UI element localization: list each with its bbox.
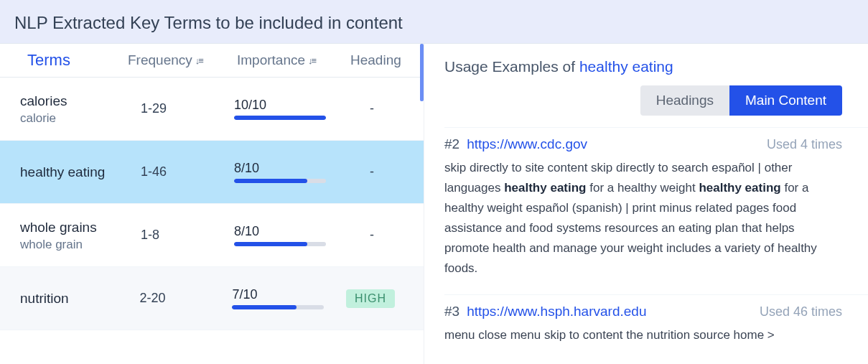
sort-icon: ↓≡: [308, 55, 315, 66]
main-layout: Terms Frequency ↓≡ Importance ↓≡ Heading…: [0, 44, 868, 364]
table-row[interactable]: whole grainswhole grain1-88/10-: [0, 204, 424, 267]
column-header-terms[interactable]: Terms: [27, 51, 128, 70]
content-toggle-group: Headings Main Content: [444, 85, 842, 116]
importance-cell: 7/10: [232, 287, 346, 309]
frequency-value: 1-46: [141, 164, 234, 179]
importance-bar-fill: [234, 116, 326, 120]
usage-count: Used 46 times: [760, 304, 842, 319]
table-row[interactable]: healthy eating1-468/10-: [0, 141, 424, 204]
example-snippet: skip directly to site content skip direc…: [444, 158, 842, 279]
example-header: #3https://www.hsph.harvard.eduUsed 46 ti…: [444, 304, 842, 319]
heading-value: -: [349, 164, 424, 179]
terms-table-header: Terms Frequency ↓≡ Importance ↓≡ Heading: [0, 44, 424, 78]
usage-panel: Usage Examples of healthy eating Heading…: [424, 44, 868, 364]
usage-title: Usage Examples of healthy eating: [444, 58, 868, 75]
column-header-label: Importance: [237, 52, 305, 68]
term-cell: caloriescalorie: [20, 92, 141, 126]
toggle-main-content[interactable]: Main Content: [729, 85, 842, 116]
term-cell: healthy eating: [20, 163, 141, 182]
term-label: whole grains: [20, 218, 141, 237]
importance-cell: 8/10: [234, 161, 349, 183]
importance-bar: [234, 242, 326, 246]
term-variant: whole grain: [20, 238, 141, 252]
importance-cell: 8/10: [234, 224, 349, 246]
example-url-link[interactable]: https://www.cdc.gov: [467, 136, 587, 151]
term-cell: nutrition: [20, 289, 140, 308]
usage-count: Used 4 times: [767, 137, 842, 152]
heading-value: HIGH: [346, 289, 424, 308]
example-block: #3https://www.hsph.harvard.eduUsed 46 ti…: [444, 294, 868, 361]
term-label: calories: [20, 92, 141, 111]
importance-bar: [234, 116, 326, 120]
importance-bar: [234, 179, 326, 183]
example-rank: #3: [444, 304, 459, 319]
sort-icon: ↓≡: [195, 55, 202, 66]
importance-cell: 10/10: [234, 98, 349, 120]
page-title: NLP Extracted Key Terms to be included i…: [14, 13, 854, 33]
frequency-value: 1-29: [141, 101, 234, 116]
usage-title-prefix: Usage Examples of: [444, 58, 579, 75]
example-snippet: menu close menu skip to content the nutr…: [444, 325, 842, 345]
column-header-heading[interactable]: Heading: [350, 52, 401, 68]
frequency-value: 2-20: [140, 291, 233, 306]
terms-table-body: caloriescalorie1-2910/10-healthy eating1…: [0, 78, 424, 330]
importance-label: 10/10: [234, 98, 349, 113]
example-rank: #2: [444, 136, 459, 151]
terms-panel: Terms Frequency ↓≡ Importance ↓≡ Heading…: [0, 44, 424, 364]
heading-value: -: [349, 228, 424, 243]
term-label: healthy eating: [20, 163, 141, 182]
importance-bar-fill: [234, 179, 307, 183]
term-variant: calorie: [20, 111, 141, 126]
frequency-value: 1-8: [141, 228, 234, 243]
toggle-headings[interactable]: Headings: [640, 85, 729, 116]
term-cell: whole grainswhole grain: [20, 218, 141, 253]
importance-label: 8/10: [234, 161, 349, 176]
importance-label: 7/10: [232, 287, 346, 302]
column-header-importance[interactable]: Importance ↓≡: [237, 52, 350, 68]
example-header: #2https://www.cdc.govUsed 4 times: [444, 136, 842, 152]
term-label: nutrition: [20, 289, 140, 308]
column-header-label: Frequency: [128, 52, 192, 68]
importance-bar-fill: [234, 242, 307, 246]
table-row[interactable]: caloriescalorie1-2910/10-: [0, 78, 424, 141]
example-url-link[interactable]: https://www.hsph.harvard.edu: [467, 304, 646, 319]
importance-bar: [232, 305, 324, 309]
example-block: #2https://www.cdc.govUsed 4 timesskip di…: [444, 127, 868, 294]
examples-list: #2https://www.cdc.govUsed 4 timesskip di…: [444, 127, 868, 361]
importance-label: 8/10: [234, 224, 349, 239]
importance-bar-fill: [232, 305, 297, 309]
heading-value: -: [349, 101, 424, 116]
heading-badge: HIGH: [346, 289, 395, 308]
usage-keyword: healthy eating: [579, 58, 673, 75]
table-row[interactable]: nutrition2-207/10HIGH: [0, 267, 424, 330]
header-banner: NLP Extracted Key Terms to be included i…: [0, 0, 868, 44]
column-header-frequency[interactable]: Frequency ↓≡: [128, 52, 237, 68]
